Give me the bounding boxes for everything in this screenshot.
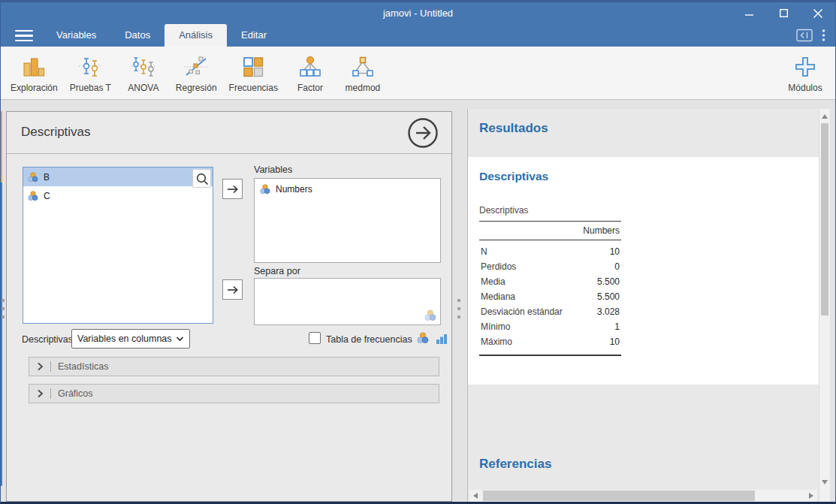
ribbon-exploracion-button[interactable]: Exploración [5, 47, 64, 99]
variables-box-label: Variables [254, 164, 292, 175]
tab-bar: Variables Datos Análisis Editar [0, 24, 836, 47]
data-view-edge-strip [0, 183, 2, 486]
results-title: Resultados [479, 121, 548, 136]
stat-label: Mediana [481, 291, 515, 302]
table-row: N10 [479, 244, 621, 259]
move-to-variables-button[interactable] [222, 179, 243, 199]
list-item[interactable]: C [23, 186, 213, 205]
ribbon-anova-button[interactable]: ANOVA [117, 47, 170, 99]
scroll-left-arrow-icon[interactable] [469, 490, 481, 502]
ribbon-label: Exploración [11, 83, 58, 93]
factor-icon [298, 55, 322, 79]
stat-label: Desviación estándar [481, 306, 563, 317]
ribbon-label: ANOVA [128, 83, 158, 93]
frequency-table-checkbox[interactable] [309, 332, 321, 344]
results-analysis-block[interactable]: Descriptivas Descriptivas Numbers N10 Pe… [468, 157, 819, 385]
left-splitter-handle[interactable] [2, 299, 5, 318]
divider [50, 361, 51, 372]
table-column-header: Numbers [479, 221, 621, 240]
tab-editar[interactable]: Editar [227, 24, 281, 47]
stat-value: 1 [614, 321, 620, 332]
variable-name: C [44, 191, 50, 201]
scroll-right-arrow-icon[interactable] [805, 490, 817, 502]
tab-variables[interactable]: Variables [42, 24, 110, 47]
source-variables-list[interactable]: B C [23, 167, 213, 324]
ribbon-regresion-button[interactable]: Regresión [170, 47, 223, 99]
close-button[interactable] [801, 2, 835, 24]
ribbon-factor-button[interactable]: Factor [284, 47, 337, 99]
window-controls [732, 2, 835, 24]
search-icon [195, 172, 209, 186]
ribbon-pruebas-t-button[interactable]: Pruebas T [64, 47, 117, 99]
options-panel-body: B C [7, 154, 451, 501]
table-row: Desviación estándar3.028 [479, 304, 621, 319]
ribbon-medmod-button[interactable]: medmod [337, 47, 389, 99]
arrow-right-icon [226, 285, 240, 295]
close-icon [813, 9, 822, 18]
toggle-data-panel-icon[interactable] [796, 29, 813, 42]
ribbon-label: Regresión [176, 83, 217, 93]
stat-value: 5.500 [597, 276, 620, 287]
ribbon-label: Módulos [788, 83, 822, 93]
minimize-button[interactable] [732, 2, 766, 24]
list-item[interactable]: B [23, 167, 213, 186]
anova-icon [131, 55, 155, 79]
vertical-scrollbar[interactable] [819, 109, 830, 504]
collapse-options-button[interactable] [407, 117, 439, 149]
nominal-variable-ghost-icon [424, 309, 436, 321]
section-label: Gráficos [58, 388, 93, 399]
stat-label: Mínimo [481, 321, 510, 332]
stat-label: N [481, 246, 487, 257]
horizontal-scrollbar[interactable] [469, 490, 817, 502]
table-row: Perdidos0 [479, 259, 621, 274]
stat-value: 0 [614, 261, 620, 272]
horizontal-scrollbar-thumb[interactable] [483, 490, 755, 501]
descriptives-style-dropdown[interactable]: Variables en columnas [71, 329, 190, 349]
move-to-split-button[interactable] [222, 279, 243, 300]
results-panel: Resultados Descriptivas Descriptivas Num… [467, 109, 819, 504]
split-by-drop-box[interactable] [254, 278, 441, 325]
kebab-menu-icon[interactable] [822, 29, 825, 42]
stat-value: 5.500 [597, 291, 620, 302]
table-row: Máximo10 [479, 334, 621, 349]
analysis-ribbon: Exploración Pruebas T ANOVA Regresión [0, 47, 836, 100]
hamburger-menu-icon[interactable] [15, 30, 33, 41]
options-panel-header: Descriptivas [7, 112, 451, 154]
arrow-right-circle-icon [407, 117, 439, 149]
search-button[interactable] [192, 169, 211, 188]
table-row: Mínimo1 [479, 319, 621, 334]
frequency-bars-icon [436, 333, 448, 344]
nominal-variable-icon [28, 191, 38, 201]
vertical-scrollbar-thumb[interactable] [821, 123, 828, 315]
nominal-variable-icon [417, 332, 429, 344]
stat-label: Media [481, 276, 506, 287]
section-estadisticas[interactable]: Estadísticas [29, 357, 439, 376]
t-test-icon [78, 55, 102, 79]
descriptives-options-panel: Descriptivas B [6, 111, 452, 502]
chevron-right-icon [37, 361, 44, 372]
medmod-icon [351, 55, 375, 79]
descriptives-table: Descriptivas Numbers N10 Perdidos0 Media… [479, 205, 621, 356]
data-view-edge-strip [0, 111, 2, 183]
scroll-up-arrow-icon[interactable] [819, 111, 830, 122]
results-splitter-handle[interactable] [457, 299, 460, 318]
variable-name: Numbers [276, 184, 312, 195]
ribbon-modulos-button[interactable]: Módulos [779, 47, 831, 99]
tab-analisis[interactable]: Análisis [164, 24, 227, 47]
ribbon-frecuencias-button[interactable]: Frecuencias [223, 47, 284, 99]
plus-icon [793, 55, 817, 79]
split-box-label: Separa por [254, 266, 300, 276]
variable-name: B [44, 172, 50, 183]
stat-label: Máximo [481, 337, 512, 347]
tabs: Variables Datos Análisis Editar [42, 24, 281, 47]
tab-datos[interactable]: Datos [110, 24, 164, 47]
section-graficos[interactable]: Gráficos [29, 384, 439, 403]
variables-drop-box[interactable]: Numbers [254, 178, 441, 263]
tabbar-right-controls [796, 24, 825, 47]
chevron-down-icon [176, 336, 184, 342]
list-item[interactable]: Numbers [255, 179, 440, 195]
arrow-right-icon [226, 184, 240, 195]
scroll-down-arrow-icon[interactable] [819, 477, 830, 487]
descriptives-dropdown-label: Descriptivas [22, 334, 73, 345]
maximize-button[interactable] [766, 2, 801, 24]
